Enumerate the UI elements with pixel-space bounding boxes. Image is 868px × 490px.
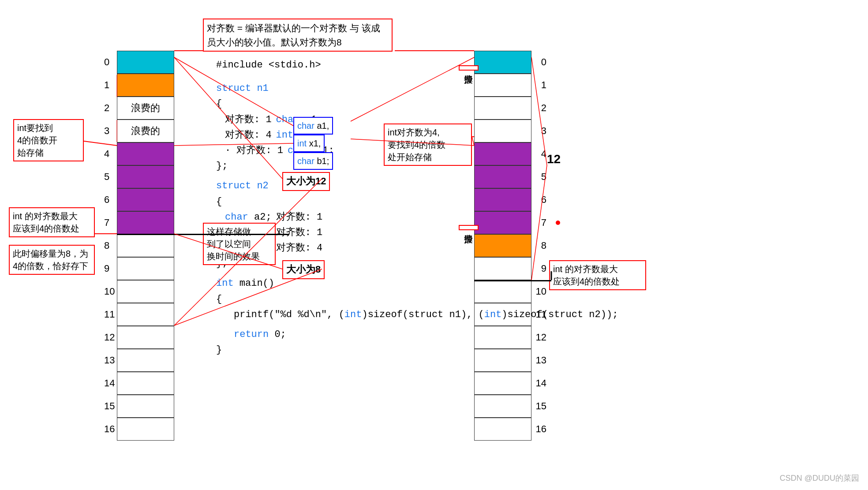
code-return: return 0; bbox=[234, 327, 618, 342]
right-cell-14: 14 bbox=[474, 372, 531, 395]
left-cell-13: 13 bbox=[117, 349, 174, 372]
left-label-6: 6 bbox=[104, 194, 109, 206]
right-label-16: 16 bbox=[536, 423, 546, 435]
left-label-11: 11 bbox=[104, 309, 115, 320]
left-label-4: 4 bbox=[104, 148, 109, 160]
size12-box: 大小为12 bbox=[282, 172, 330, 191]
left-label-13: 13 bbox=[104, 355, 115, 366]
red-dot bbox=[556, 221, 560, 225]
code-n2-rows: char a2; 对齐数: 1 char b2; 对齐数: 1 ·int x2;… bbox=[225, 209, 618, 256]
waste-right-top-box: 浪费掉 bbox=[459, 65, 479, 71]
left-cell-5: 5 bbox=[117, 165, 174, 188]
space-time-box: 这样存储做 到了以空间 换时间的效果 bbox=[203, 223, 276, 265]
left-label-10: 10 bbox=[104, 286, 115, 297]
int-align-max-right-text: int 的对齐数最大 应该到4的倍数处 bbox=[553, 264, 620, 286]
top-annotation-box: 对齐数 = 编译器默认的一个对齐数 与 该成员大小的较小值。默认对齐数为8 bbox=[203, 19, 393, 52]
waste-label-2: 浪费的 bbox=[131, 101, 160, 115]
left-cell-3: 3 浪费的 bbox=[117, 120, 174, 142]
int-align-max-left-text: int 的对齐数最大 应该到4的倍数处 bbox=[13, 211, 79, 233]
left-cell-16: 16 bbox=[117, 418, 174, 441]
size8-box: 大小为8 bbox=[282, 260, 325, 279]
left-cell-12: 12 bbox=[117, 326, 174, 349]
right-label-15: 15 bbox=[536, 400, 546, 412]
int-align-max-right-box: int 的对齐数最大 应该到4的倍数处 bbox=[549, 260, 646, 290]
svg-line-2 bbox=[84, 141, 117, 146]
left-label-16: 16 bbox=[104, 423, 115, 435]
num-12-label: 12 bbox=[547, 152, 561, 166]
left-separator-line bbox=[117, 234, 289, 235]
char-b1-annotation: char b1; bbox=[293, 152, 333, 170]
left-label-8: 8 bbox=[104, 240, 109, 251]
left-label-14: 14 bbox=[104, 378, 115, 389]
code-printf: printf("%d %d\n", (int)sizeof(struct n1)… bbox=[234, 307, 618, 322]
size8-text: 大小为8 bbox=[286, 264, 321, 275]
left-label-0: 0 bbox=[104, 56, 109, 68]
left-cell-7: 7 bbox=[117, 211, 174, 234]
code-n1-open: { bbox=[216, 96, 618, 112]
left-cell-14: 14 bbox=[117, 372, 174, 395]
left-cell-0: 0 bbox=[117, 51, 174, 74]
left-cell-9: 9 bbox=[117, 257, 174, 280]
offset8-box: 此时偏移量为8，为 4的倍数，恰好存下 bbox=[9, 245, 95, 275]
right-cell-16: 16 bbox=[474, 418, 531, 441]
left-cell-8: 8 bbox=[117, 234, 174, 257]
int-align-left-text: int要找到 4的倍数开 始存储 bbox=[17, 123, 57, 157]
right-cell-15: 15 bbox=[474, 395, 531, 418]
code-main-open: { bbox=[216, 292, 618, 307]
left-cell-1: 1 bbox=[117, 74, 174, 97]
left-label-2: 2 bbox=[104, 102, 109, 114]
right-separator-line bbox=[474, 280, 551, 281]
int-align-max-left-box: int 的对齐数最大 应该到4的倍数处 bbox=[9, 207, 95, 237]
size12-text: 大小为12 bbox=[286, 176, 326, 187]
int-align-right-box: int对齐数为4, 要找到4的倍数 处开始存储 bbox=[384, 123, 472, 166]
code-n2-open: { bbox=[216, 194, 618, 209]
left-label-3: 3 bbox=[104, 125, 109, 137]
code-block: #include <stdio.h> struct n1 { 对齐数: 1 ch… bbox=[216, 57, 618, 358]
code-struct-n1: struct n1 bbox=[216, 81, 618, 96]
right-label-14: 14 bbox=[536, 378, 546, 389]
int-x1-annotation: int x1, bbox=[293, 135, 325, 152]
left-cell-2: 2 浪费的 bbox=[117, 97, 174, 120]
left-label-7: 7 bbox=[104, 217, 109, 228]
left-label-5: 5 bbox=[104, 171, 109, 183]
int-align-right-text: int对齐数为4, 要找到4的倍数 处开始存储 bbox=[388, 127, 445, 162]
left-label-9: 9 bbox=[104, 263, 109, 274]
left-cell-10: 10 bbox=[117, 280, 174, 303]
watermark: CSDN @DUDU的菜园 bbox=[780, 473, 859, 483]
code-struct-n2: struct n2 bbox=[216, 178, 618, 194]
left-cell-11: 11 bbox=[117, 303, 174, 326]
left-cell-4: 4 bbox=[117, 142, 174, 165]
char-a1-annotation: char a1, bbox=[293, 117, 333, 135]
left-label-15: 15 bbox=[104, 400, 115, 412]
top-annotation-text: 对齐数 = 编译器默认的一个对齐数 与 该成员大小的较小值。默认对齐数为8 bbox=[207, 23, 380, 47]
left-cell-6: 6 bbox=[117, 188, 174, 211]
offset8-text: 此时偏移量为8，为 4的倍数，恰好存下 bbox=[13, 249, 88, 271]
left-label-12: 12 bbox=[104, 332, 115, 343]
waste-label-3: 浪费的 bbox=[131, 124, 160, 138]
space-time-text: 这样存储做 到了以空间 换时间的效果 bbox=[207, 227, 260, 261]
left-memory-column: 0 1 2 浪费的 3 浪费的 4 5 6 7 8 9 10 11 12 bbox=[117, 51, 174, 441]
waste-right-side-box: 浪费掉 bbox=[459, 225, 479, 230]
int-align-left-box: int要找到 4的倍数开 始存储 bbox=[13, 119, 84, 161]
code-include: #include <stdio.h> bbox=[216, 57, 618, 73]
left-label-1: 1 bbox=[104, 79, 109, 91]
code-main-close: } bbox=[216, 342, 618, 358]
left-cell-15: 15 bbox=[117, 395, 174, 418]
